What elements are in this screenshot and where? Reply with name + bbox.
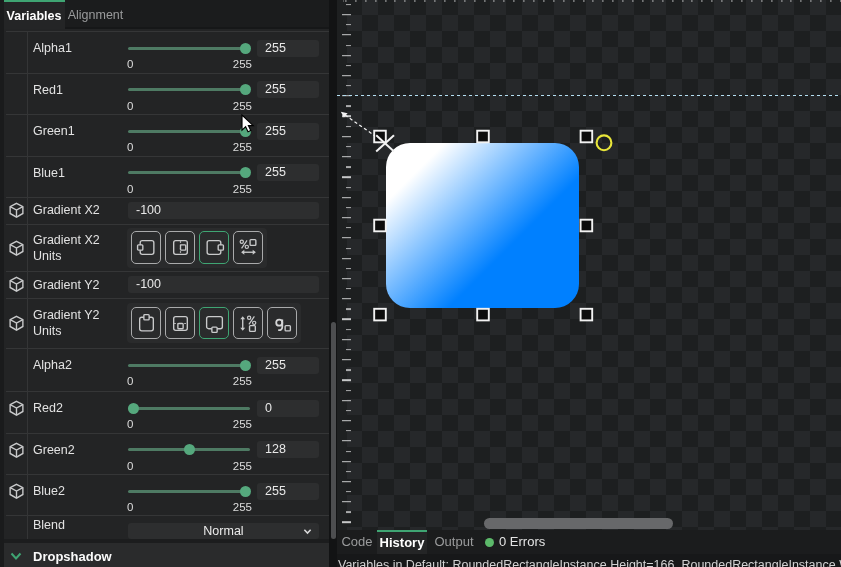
row-red1: Red12550255 [0, 73, 329, 115]
row-green2: Green21280255 [0, 433, 329, 474]
viewport-scrollbar-thumb[interactable] [484, 518, 673, 529]
range-max-label: 255 [208, 100, 252, 112]
selection-handle-bottom-right[interactable] [581, 309, 593, 321]
range-min-label: 0 [127, 58, 133, 70]
row-separator [6, 224, 329, 225]
error-status-dot [485, 538, 494, 547]
range-max-label: 255 [208, 183, 252, 195]
variable-cube-icon [8, 202, 25, 219]
unit-button-anchor-center-x-icon[interactable] [165, 231, 195, 264]
value-input[interactable]: 255 [257, 123, 319, 140]
row-blue1: Blue12550255 [0, 156, 329, 197]
gradient-end-handle[interactable] [597, 135, 612, 150]
panel-rows: Alpha12550255Red12550255Green12550255Blu… [0, 0, 329, 567]
row-blend: BlendNormal [0, 515, 329, 539]
row-gradient-x2: Gradient X2-100 [0, 197, 329, 225]
value-input[interactable]: 255 [257, 40, 319, 57]
row-gradient-y2: Gradient Y2-100 [0, 271, 329, 298]
blend-dropdown[interactable]: Normal [128, 523, 319, 539]
log-area: Variables in Default: RoundedRectangleIn… [337, 554, 841, 567]
row-alpha2: Alpha22550255 [0, 348, 329, 391]
slider-handle[interactable] [240, 486, 251, 497]
section-expand-chevron-icon [10, 552, 22, 561]
selection-handle-handle-top-left[interactable] [374, 131, 386, 143]
selection-handle-bottom-left[interactable] [374, 309, 386, 321]
value-input[interactable]: 255 [257, 164, 319, 181]
row-red2: Red200255 [0, 391, 329, 433]
row-label: Blue2 [33, 483, 65, 499]
selection-handle-top-right[interactable] [581, 131, 593, 143]
variable-cube-icon [8, 400, 25, 417]
row-separator [6, 474, 329, 475]
unit-button-percent-width-icon[interactable] [233, 231, 263, 264]
slider-track[interactable] [128, 364, 250, 367]
slider-track[interactable] [128, 407, 250, 410]
row-label: Green2 [33, 442, 75, 458]
panel-scrollbar-thumb[interactable] [331, 322, 337, 539]
unit-button-anchor-right-icon[interactable] [199, 231, 229, 264]
range-max-label: 255 [208, 375, 252, 387]
panel-column-divider [27, 31, 28, 539]
unit-button-gradient-g-icon[interactable] [267, 307, 297, 340]
value-input[interactable]: -100 [128, 276, 319, 293]
slider-handle[interactable] [240, 43, 251, 54]
variable-cube-icon [8, 276, 25, 293]
value-input[interactable]: 255 [257, 483, 319, 500]
row-label: Gradient Y2 [33, 277, 99, 293]
unit-button-anchor-left-icon[interactable] [131, 231, 161, 264]
selection-handle-bottom-center[interactable] [477, 309, 489, 321]
bottom-tab-code[interactable]: Code [337, 530, 377, 554]
slider-handle[interactable] [240, 84, 251, 95]
bottom-tab-output[interactable]: Output [429, 530, 479, 554]
slider-track[interactable] [128, 490, 250, 493]
units-button-group [127, 228, 267, 268]
unit-button-anchor-bottom-icon[interactable] [199, 307, 229, 340]
slider-handle[interactable] [128, 403, 139, 414]
row-label: Gradient X2Units [33, 232, 100, 264]
row-label: Green1 [33, 123, 75, 139]
mouse-cursor-icon [241, 114, 255, 134]
range-min-label: 0 [127, 375, 133, 387]
slider-track[interactable] [128, 171, 250, 174]
unit-button-anchor-center-y-icon[interactable] [165, 307, 195, 340]
value-input[interactable]: 128 [257, 441, 319, 458]
range-min-label: 0 [127, 100, 133, 112]
slider-handle[interactable] [240, 360, 251, 371]
log-message: Variables in Default: RoundedRectangleIn… [338, 558, 841, 567]
slider-track[interactable] [128, 130, 250, 133]
row-separator [6, 114, 329, 115]
row-label: Red1 [33, 82, 63, 98]
selection-handle-top-center[interactable] [477, 131, 489, 143]
slider-track[interactable] [128, 88, 250, 91]
variable-cube-icon [8, 315, 25, 332]
row-green1: Green12550255 [0, 114, 329, 156]
row-separator [6, 298, 329, 299]
range-max-label: 255 [208, 58, 252, 70]
bottom-tab-history[interactable]: History [377, 530, 427, 554]
value-input[interactable]: 255 [257, 81, 319, 98]
row-separator [6, 197, 329, 198]
row-label: Alpha1 [33, 40, 72, 56]
slider-handle[interactable] [240, 167, 251, 178]
range-max-label: 255 [208, 460, 252, 472]
viewport-canvas[interactable] [337, 0, 841, 530]
row-separator [6, 271, 329, 272]
slider-track[interactable] [128, 47, 250, 50]
range-min-label: 0 [127, 141, 133, 153]
row-separator [6, 433, 329, 434]
value-input[interactable]: 0 [257, 400, 319, 417]
row-separator [6, 391, 329, 392]
units-button-group [127, 303, 301, 343]
selection-handle-middle-left[interactable] [374, 220, 386, 232]
variable-cube-icon [8, 240, 25, 257]
unit-button-percent-height-icon[interactable] [233, 307, 263, 340]
slider-handle[interactable] [184, 444, 195, 455]
selection-handle-middle-right[interactable] [581, 220, 593, 232]
value-input[interactable]: 255 [257, 357, 319, 374]
chevron-down-icon [303, 527, 312, 536]
unit-button-anchor-top-icon[interactable] [131, 307, 161, 340]
panel-left-edge [0, 0, 4, 567]
section-header-dropshadow[interactable]: Dropshadow [0, 543, 329, 567]
value-input[interactable]: -100 [128, 202, 319, 219]
range-max-label: 255 [208, 501, 252, 513]
